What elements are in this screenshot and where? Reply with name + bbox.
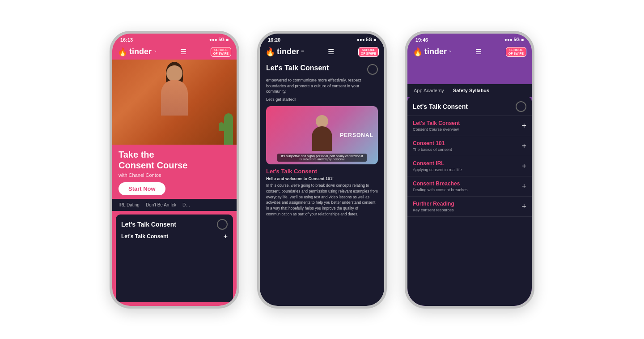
consent-header-card: Let's Talk Consent empowered to communic… [260, 60, 384, 106]
lets-started-text: Let's get started! [266, 97, 378, 102]
syllabus-item-3[interactable]: Consent Breaches Dealing with consent br… [407, 176, 532, 197]
syllabus-item-title-4: Further Reading [413, 201, 454, 207]
status-icons-2: ●●● 5G ■ [357, 37, 376, 42]
school-badge-3: SCHOOL OF SWIPE [506, 47, 526, 57]
phone-3-content: 🔥 tinder ™ ☰ SCHOOL OF SWIPE App Academy… [407, 44, 532, 306]
plus-btn-3[interactable]: + [521, 182, 526, 190]
status-bar-1: 16:13 ●●● 5G ■ [112, 34, 237, 44]
phone-2: 16:20 ●●● 5G ■ 🔥 tinder ™ ☰ SCHOOL OF SW… [257, 31, 387, 309]
phone-2-screen: 🔥 tinder ™ ☰ SCHOOL OF SWIPE Let's Talk … [260, 44, 384, 306]
tab-irl-dating[interactable]: IRL Dating [119, 202, 140, 207]
circle-icon-2 [367, 64, 378, 75]
nav-bar-2: 🔥 tinder ™ ☰ SCHOOL OF SWIPE [260, 44, 384, 60]
tinder-text-3: tinder [424, 47, 447, 56]
syllabus-item-0[interactable]: Let's Talk Consent Consent Course overvi… [407, 116, 532, 136]
phone-3-screen: 🔥 tinder ™ ☰ SCHOOL OF SWIPE App Academy… [407, 44, 532, 306]
syllabus-item-title-3: Consent Breaches [413, 180, 468, 187]
hero-section-1: Take the Consent Course with Chanel Cont… [112, 145, 237, 199]
person-body [161, 80, 188, 116]
plus-btn-4[interactable]: + [521, 202, 526, 210]
school-badge-1: SCHOOL OF SWIPE [211, 47, 231, 57]
syllabus-item-left-0: Let's Talk Consent Consent Course overvi… [413, 120, 460, 132]
nav-tabs-1: IRL Dating Don't Be An Ick D… [112, 199, 237, 211]
tab-app-academy[interactable]: App Academy [414, 88, 444, 93]
consent-body-title: Let's Talk Consent [266, 168, 378, 175]
syllabus-item-left-2: Consent IRL Applying consent in real lif… [413, 160, 462, 172]
course-card-header-1: Let's Talk Consent [121, 219, 228, 230]
syllabus-header-title: Let's Talk Consent [413, 103, 468, 110]
video-thumbnail[interactable]: PERSONAL It's subjective and highly pers… [266, 106, 378, 164]
syllabus-item-sub-2: Applying consent in real life [413, 167, 462, 172]
syllabus-header: Let's Talk Consent [407, 97, 532, 116]
syllabus-item-left-4: Further Reading Key consent resources [413, 201, 454, 212]
signal-3: ●●● 5G [504, 37, 520, 42]
video-caption: It's subjective and highly personal, par… [277, 154, 367, 162]
person-head [166, 65, 182, 82]
status-bar-2: 16:20 ●●● 5G ■ [260, 34, 384, 44]
syllabus-item-title-1: Consent 101 [413, 140, 452, 146]
tinder-logo-3: 🔥 tinder ™ [413, 47, 452, 57]
phone-3: 19:46 ●●● 5G ■ 🔥 tinder ™ ☰ SCHOOL OF SW… [405, 31, 534, 309]
hero-title-1: Take the Consent Course [119, 149, 230, 171]
time-3: 19:46 [415, 37, 428, 43]
school-badge-2: SCHOOL OF SWIPE [358, 47, 379, 57]
consent-body-text: In this course, we're going to break dow… [266, 183, 378, 217]
tinder-text-1: tinder [129, 47, 152, 56]
signal-2: ●●● 5G [357, 37, 372, 42]
consent-body: Let's Talk Consent Hello and welcome to … [260, 168, 384, 305]
consent-header-top: Let's Talk Consent [266, 64, 378, 75]
hero-image-1 [112, 60, 237, 145]
hamburger-menu-1[interactable]: ☰ [180, 47, 186, 56]
phone-1: 16:13 ●●● 5G ■ 🔥 tinder ™ ☰ SCHOOL OF SW… [110, 31, 239, 309]
flame-icon-1: 🔥 [118, 47, 127, 57]
signal-1: ●●● 5G [209, 37, 225, 42]
plus-icon-1[interactable]: + [224, 232, 228, 240]
circle-icon-3 [516, 101, 526, 112]
flame-icon-3: 🔥 [413, 47, 423, 57]
consent-greeting: Hello and welcome to Consent 101! [266, 176, 378, 181]
tab-dont-be-ick[interactable]: Don't Be An Ick [146, 202, 176, 207]
tab-more[interactable]: D… [182, 202, 190, 207]
circle-icon-1 [217, 219, 228, 230]
purple-header-space [407, 60, 532, 84]
flame-icon-2: 🔥 [265, 47, 275, 57]
start-now-button[interactable]: Start Now [119, 182, 165, 195]
syllabus-item-4[interactable]: Further Reading Key consent resources + [407, 197, 532, 217]
personal-badge: PERSONAL [340, 132, 373, 138]
plus-btn-1[interactable]: + [521, 142, 526, 150]
syllabus-item-2[interactable]: Consent IRL Applying consent in real lif… [407, 156, 532, 176]
phone-1-screen: 🔥 tinder ™ ☰ SCHOOL OF SWIPE [112, 44, 237, 306]
course-card-sub-1: Let's Talk Consent [121, 233, 168, 240]
plus-btn-0[interactable]: + [521, 122, 526, 130]
hamburger-menu-3[interactable]: ☰ [475, 47, 482, 56]
syllabus-item-sub-1: The basics of consent [413, 147, 452, 152]
battery-1: ■ [226, 37, 229, 42]
hamburger-menu-2[interactable]: ☰ [328, 47, 334, 56]
status-bar-3: 19:46 ●●● 5G ■ [407, 34, 532, 44]
time-1: 16:13 [120, 37, 133, 43]
plus-btn-2[interactable]: + [521, 162, 526, 170]
consent-main-title: Let's Talk Consent [266, 64, 367, 72]
syllabus-item-title-0: Let's Talk Consent [413, 120, 460, 126]
tinder-text-2: tinder [277, 47, 299, 56]
phone-1-content: 🔥 tinder ™ ☰ SCHOOL OF SWIPE [112, 44, 237, 306]
syllabus-tabs: App Academy Safety Syllabus [407, 84, 532, 97]
nav-bar-1: 🔥 tinder ™ ☰ SCHOOL OF SWIPE [112, 44, 237, 60]
nav-bar-3: 🔥 tinder ™ ☰ SCHOOL OF SWIPE [407, 44, 532, 60]
syllabus-item-sub-4: Key consent resources [413, 208, 454, 212]
syllabus-list: Let's Talk Consent Let's Talk Consent Co… [407, 97, 532, 305]
tab-safety-syllabus[interactable]: Safety Syllabus [453, 88, 489, 93]
video-person-body [312, 126, 332, 151]
syllabus-item-1[interactable]: Consent 101 The basics of consent + [407, 136, 532, 156]
time-2: 16:20 [268, 37, 280, 43]
syllabus-item-left-1: Consent 101 The basics of consent [413, 140, 452, 152]
status-icons-3: ●●● 5G ■ [504, 37, 524, 42]
course-card-1: Let's Talk Consent Let's Talk Consent + [116, 215, 233, 302]
tinder-logo-1: 🔥 tinder ™ [118, 47, 157, 57]
course-card-title-1: Let's Talk Consent [121, 221, 176, 228]
battery-3: ■ [521, 37, 524, 42]
phone-2-content: 🔥 tinder ™ ☰ SCHOOL OF SWIPE Let's Talk … [260, 44, 384, 306]
battery-2: ■ [373, 37, 376, 42]
status-icons-1: ●●● 5G ■ [209, 37, 229, 42]
consent-description: empowered to communicate more effectivel… [266, 77, 378, 94]
